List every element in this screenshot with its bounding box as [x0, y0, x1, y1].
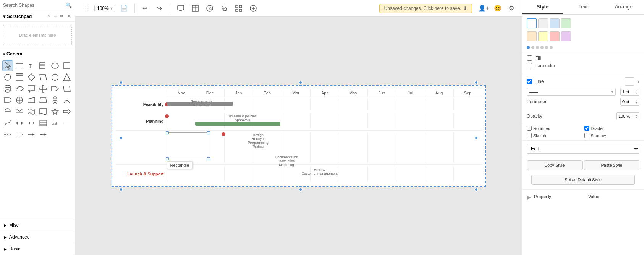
shadow-checkbox[interactable] [584, 133, 589, 138]
scratchpad-add-icon[interactable]: + [53, 13, 57, 19]
handle-br[interactable] [207, 157, 210, 160]
shape-list-item[interactable] [38, 118, 49, 128]
shape-ellipse[interactable] [50, 60, 60, 71]
shape-line-arrow[interactable] [26, 129, 37, 140]
divider-checkbox[interactable] [584, 126, 589, 131]
shape-text-label[interactable]: List [50, 118, 60, 128]
lanecolor-checkbox[interactable] [527, 63, 532, 68]
search-icon[interactable]: 🔍 [65, 2, 72, 8]
shape-actor[interactable] [50, 95, 60, 106]
shape-bidirectional[interactable] [14, 118, 25, 128]
basic-section[interactable]: ▶ Basic [0, 243, 75, 255]
handle-mid-left[interactable] [119, 136, 123, 140]
selected-rect[interactable] [167, 132, 209, 159]
shape-line-dotted[interactable] [14, 129, 25, 140]
menu-button[interactable]: ☰ [80, 3, 91, 14]
shape-line-dashed[interactable] [2, 129, 13, 140]
shape-arrow-right[interactable] [61, 106, 72, 117]
copy-style-button[interactable]: Copy Style [527, 160, 583, 170]
shape-cylinder[interactable] [2, 83, 13, 94]
swatch-lightorange[interactable] [527, 31, 537, 41]
fill-checkbox[interactable] [527, 55, 532, 61]
shape-square[interactable] [61, 60, 72, 71]
insert-shape-button[interactable] [175, 3, 186, 14]
shape-s-curve[interactable] [2, 118, 13, 128]
shape-document[interactable] [38, 106, 49, 117]
zoom-selector[interactable]: 100% ▾ [94, 5, 115, 12]
insert-table-button[interactable] [189, 3, 201, 14]
shape-line-both-arrow[interactable] [38, 129, 49, 140]
handle-top-mid[interactable] [299, 81, 303, 84]
shape-speech-bubble[interactable] [26, 83, 37, 94]
shape-diamond[interactable] [26, 72, 37, 83]
tab-style[interactable]: Style [522, 0, 563, 14]
redo-button[interactable]: ↪ [154, 3, 165, 14]
undo-button[interactable]: ↩ [139, 3, 151, 14]
shape-triangle[interactable] [61, 72, 72, 83]
line-style-select[interactable]: —— ▾ [527, 88, 616, 96]
tab-text[interactable]: Text [563, 0, 603, 14]
perimeter-up[interactable]: ▲ [635, 99, 638, 102]
sketch-checkbox[interactable] [527, 133, 532, 138]
shape-line-solid[interactable] [61, 118, 72, 128]
shape-hexagon[interactable] [50, 72, 60, 83]
dot-3[interactable] [536, 46, 539, 49]
opacity-down[interactable]: ▼ [635, 116, 638, 119]
shape-circle[interactable] [2, 72, 13, 83]
edit-select[interactable]: Edit [527, 144, 639, 154]
shape-star[interactable] [50, 106, 60, 117]
handle-bottom-mid[interactable] [299, 188, 303, 192]
shape-container[interactable] [14, 72, 25, 83]
shape-arc[interactable] [61, 95, 72, 106]
handle-bottom-left[interactable] [119, 188, 123, 192]
handle-bl[interactable] [166, 157, 169, 160]
shape-half-circle[interactable] [2, 106, 13, 117]
dot-4[interactable] [540, 46, 544, 49]
handle-tr[interactable] [207, 131, 210, 134]
swatch-lightyellow[interactable] [538, 31, 548, 41]
settings-button[interactable]: ⚙ [506, 3, 517, 14]
swatch-lightgray[interactable] [538, 18, 548, 28]
scratchpad-arrow[interactable]: ▾ [3, 14, 5, 19]
line-checkbox[interactable] [527, 79, 532, 84]
shape-cross[interactable] [38, 83, 49, 94]
shape-data[interactable] [61, 83, 72, 94]
swatch-lightblue[interactable] [550, 18, 560, 28]
insert-plus-button[interactable] [248, 3, 259, 14]
scratchpad-close-icon[interactable]: ✕ [66, 13, 72, 19]
swatch-white[interactable] [527, 18, 537, 28]
shape-step[interactable] [50, 83, 60, 94]
dot-5[interactable] [545, 46, 548, 49]
handle-tl[interactable] [166, 131, 169, 134]
paste-style-button[interactable]: Paste Style [584, 160, 640, 170]
set-default-style-button[interactable]: Set as Default Style [531, 175, 635, 185]
share-button[interactable]: 😊 [492, 3, 503, 14]
shape-or[interactable] [14, 95, 25, 106]
line-width-down[interactable]: ▼ [635, 92, 638, 94]
misc-section[interactable]: ▶ Misc [0, 219, 75, 231]
shape-pointer[interactable] [2, 60, 13, 71]
swatch-lightgreen[interactable] [561, 18, 571, 28]
property-expand-icon[interactable]: ▶ [527, 194, 531, 200]
handle-top-right[interactable] [474, 81, 478, 84]
shape-tape[interactable] [26, 106, 37, 117]
line-color-dropdown-icon[interactable]: ▾ [638, 80, 639, 84]
search-input[interactable] [3, 3, 63, 8]
shape-rectangle-rounded[interactable] [14, 60, 25, 71]
scratchpad-edit-icon[interactable]: ✏ [59, 13, 65, 19]
swatch-lightred[interactable] [550, 31, 560, 41]
tab-arrange[interactable]: Arrange [604, 0, 644, 14]
insert-link-button[interactable] [218, 3, 230, 14]
general-section-header[interactable]: ▾ General [0, 49, 75, 59]
handle-bottom-right[interactable] [474, 188, 478, 192]
insert-note-button[interactable]: ☺ [204, 3, 215, 14]
advanced-section[interactable]: ▶ Advanced [0, 231, 75, 243]
handle-mid-right[interactable] [474, 136, 478, 140]
handle-top-left[interactable] [119, 81, 123, 84]
opacity-up[interactable]: ▲ [635, 114, 638, 116]
unsaved-banner[interactable]: Unsaved changes. Click here to save. ⬇ [379, 4, 472, 13]
perimeter-input[interactable]: 0 pt ▲ ▼ [620, 98, 639, 106]
canvas-area[interactable]: Nov Dec Jan Feb Mar Apr May Jun Jul Aug … [75, 17, 522, 255]
scratchpad-help-icon[interactable]: ? [47, 13, 51, 19]
shape-cloud[interactable] [14, 83, 25, 94]
